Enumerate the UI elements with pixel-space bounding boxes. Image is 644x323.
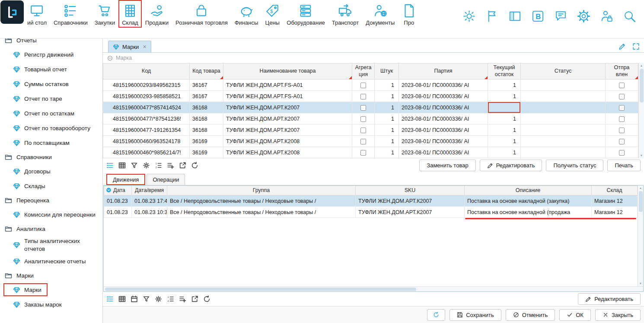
cell-checkbox[interactable] — [352, 102, 375, 113]
tab-marki[interactable]: Марки × — [108, 41, 151, 52]
tree-folder-item[interactable]: Аналитика — [3, 222, 102, 236]
edit-form-icon[interactable] — [618, 43, 626, 50]
column-header[interactable]: Дата/время — [132, 186, 167, 195]
cell-warehouse[interactable]: Магазин 12 — [592, 195, 638, 207]
cell-checkbox[interactable] — [606, 80, 638, 91]
tree-leaf-item[interactable]: Марки — [3, 283, 48, 296]
cell-checkbox[interactable] — [606, 113, 638, 125]
list-view-icon[interactable] — [106, 295, 114, 303]
collapse-icon[interactable] — [107, 55, 113, 61]
grid-view-icon[interactable] — [118, 162, 126, 169]
cell-product-code[interactable]: 36168 — [190, 102, 223, 113]
scrollbar-thumb[interactable] — [639, 191, 643, 212]
aggregation-checkbox[interactable] — [360, 128, 366, 133]
add-list-icon[interactable] — [167, 162, 174, 169]
aggregation-checkbox[interactable] — [360, 94, 366, 99]
cell-status[interactable] — [521, 136, 606, 147]
tree-leaf-item[interactable]: Отчет по товарообороту — [3, 121, 102, 135]
marks-row[interactable]: 4815196000293/84956231536167ТУФЛИ ЖЕН.ДО… — [103, 80, 638, 91]
list-view-icon[interactable] — [106, 162, 114, 169]
cell-qty[interactable]: 1 — [375, 80, 399, 91]
sent-checkbox[interactable] — [619, 105, 625, 111]
scrollbar-thumb[interactable] — [105, 288, 416, 291]
marks-row[interactable]: 4815196000477-19126135436168ТУФЛИ ЖЕН.ДО… — [103, 125, 638, 136]
cell-product-code[interactable]: 36167 — [190, 80, 223, 91]
cell-product-name[interactable]: ТУФЛИ ЖЕН.ДОМ.АРТ.К2007 — [223, 113, 352, 125]
sent-checkbox[interactable] — [619, 116, 625, 122]
cell-checkbox[interactable] — [352, 113, 375, 125]
aggregation-checkbox[interactable] — [360, 139, 366, 144]
cell-product-code[interactable]: 36168 — [190, 113, 223, 125]
scrollbar-thumb[interactable] — [640, 69, 644, 102]
tree-folder-item[interactable]: Отчеты — [3, 38, 102, 47]
cell-checkbox[interactable] — [606, 91, 638, 102]
ribbon-item-price-tag[interactable]: $Цены — [261, 0, 283, 28]
gear-icon[interactable] — [577, 10, 590, 23]
cell-checkbox[interactable] — [606, 136, 638, 147]
cell-checkbox[interactable] — [606, 102, 638, 113]
edit-button[interactable]: Редактировать — [480, 160, 542, 171]
cell-status[interactable] — [521, 147, 606, 158]
column-header[interactable]: Отпра влен — [606, 64, 638, 80]
ribbon-item-person-globe[interactable]: Документы — [362, 0, 398, 28]
cell-group[interactable]: Все / Непродовольственные товары / Неход… — [167, 207, 356, 218]
calendar-icon[interactable] — [131, 295, 138, 303]
cell-product-code[interactable]: 36168 — [190, 125, 223, 136]
tree-leaf-item[interactable]: По поставщикам — [3, 135, 102, 150]
scroll-down-arrow[interactable]: ▼ — [639, 281, 642, 286]
cell-description[interactable]: Поставка на основе накладной (закупка) — [465, 195, 592, 207]
column-header[interactable]: Наименование товара — [223, 64, 352, 80]
numbered-list-icon[interactable]: 12 — [167, 295, 174, 303]
gear-small-icon[interactable] — [155, 295, 162, 303]
column-header[interactable]: Код — [103, 64, 190, 80]
tree-folder-item[interactable]: Марки — [3, 269, 102, 282]
b-badge-icon[interactable]: B — [531, 10, 545, 23]
cell-checkbox[interactable] — [352, 80, 375, 91]
cell-product-name[interactable]: ТУФЛИ ЖЕН.ДОМ.АРТ.FS-A01 — [223, 80, 352, 91]
cell-status[interactable] — [521, 113, 606, 125]
cell-qty[interactable]: 1 — [375, 102, 399, 113]
cell-code[interactable]: 4815196000477-191261354 — [103, 125, 190, 136]
cell-group[interactable]: Все / Непродовольственные товары / Неход… — [167, 195, 356, 207]
replace-product-button[interactable]: Заменить товар — [419, 160, 475, 171]
cell-datetime[interactable]: 01.08.23 17:42 — [132, 195, 167, 207]
tree-leaf-item[interactable]: Аналитические отчеты — [3, 254, 102, 269]
cell-code[interactable]: 4815196000293-985858521 — [103, 91, 190, 102]
cell-warehouse[interactable]: Магазин 12 — [592, 207, 638, 218]
ribbon-item-document[interactable]: Про — [398, 0, 420, 28]
cell-code[interactable]: 4815196000460*9856214/7! — [103, 147, 190, 158]
tree-leaf-item[interactable]: Отчет по остаткам — [3, 106, 102, 121]
scroll-up-arrow[interactable]: ▲ — [640, 63, 643, 68]
column-header[interactable]: Статус — [521, 64, 606, 80]
refresh-icon[interactable] — [191, 162, 198, 169]
column-header[interactable]: SKU — [356, 186, 465, 195]
sent-checkbox[interactable] — [619, 94, 625, 99]
cell-balance[interactable]: 1 — [488, 91, 521, 102]
gear-small-icon[interactable] — [143, 162, 150, 169]
cell-product-code[interactable]: 36169 — [190, 136, 223, 147]
get-status-button[interactable]: Получить статус — [546, 160, 603, 171]
cell-checkbox[interactable] — [352, 147, 375, 158]
cell-batch[interactable]: 2023-08-01/ ПС0000336/ АІ — [399, 80, 488, 91]
tab-close-icon[interactable]: × — [143, 43, 146, 50]
tree-leaf-item[interactable]: Товарный отчет — [3, 62, 102, 77]
ribbon-item-server[interactable]: Оборудование — [283, 0, 328, 28]
ribbon-item-cart[interactable]: Закупки — [91, 0, 118, 28]
cell-status[interactable] — [521, 80, 606, 91]
filter-icon[interactable] — [143, 295, 150, 303]
cell-product-name[interactable]: ТУФЛИ ЖЕН.ДОМ.АРТ.К2008 — [223, 136, 352, 147]
aggregation-checkbox[interactable] — [360, 105, 366, 111]
tree-leaf-item[interactable]: Регистр движений — [3, 47, 102, 62]
tree-leaf-item[interactable]: Типы аналитических отчетов — [3, 236, 102, 254]
cell-product-name[interactable]: ТУФЛИ ЖЕН.ДОМ.АРТ.К2007 — [223, 125, 352, 136]
layout-icon[interactable] — [508, 10, 522, 23]
cell-status[interactable] — [521, 91, 606, 102]
cell-qty[interactable]: 1 — [375, 147, 399, 158]
ribbon-item-truck[interactable]: Транспорт — [328, 0, 363, 28]
marks-row[interactable]: 4815196000477*85741452436168ТУФЛИ ЖЕН.ДО… — [103, 102, 638, 113]
tree-folder-item[interactable]: Переоценка — [3, 193, 102, 207]
column-header[interactable]: Агрега ция — [352, 64, 375, 80]
column-header[interactable]: Текущий остаток — [488, 64, 521, 80]
sun-icon[interactable] — [462, 10, 476, 23]
ribbon-item-bag[interactable]: Розничная торговля — [172, 0, 231, 28]
